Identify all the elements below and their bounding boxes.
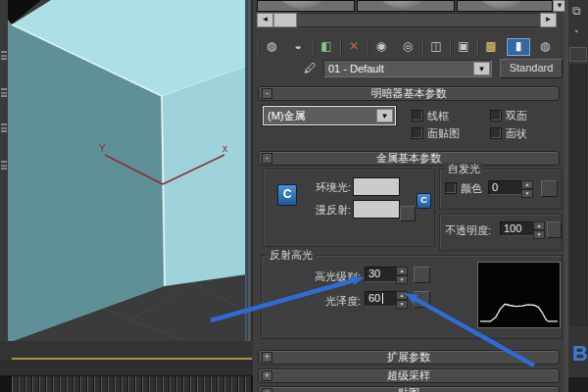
self-illumination-color-checkbox[interactable] <box>445 182 457 194</box>
material-id-channel-icon[interactable]: ▣ <box>451 38 475 56</box>
timeline-tick[interactable] <box>39 376 45 392</box>
show-end-result-icon[interactable]: ▮ <box>506 38 530 56</box>
pick-material-eyedropper-icon[interactable]: 🖊 <box>304 61 318 76</box>
specular-level-spinner[interactable]: ▲ ▼ <box>396 267 408 284</box>
timeline-tick[interactable] <box>142 376 148 392</box>
rollout-expand-icon[interactable]: + <box>262 388 272 392</box>
opacity-value-field[interactable]: 100 <box>500 221 535 236</box>
reset-map-material-icon[interactable]: ✕ <box>341 38 366 56</box>
glossiness-spinner[interactable]: ▲ ▼ <box>396 291 408 309</box>
make-unique-icon[interactable]: ◎ <box>396 38 419 56</box>
face-map-checkbox[interactable] <box>412 127 423 139</box>
spinner-down-icon[interactable]: ▼ <box>521 189 533 198</box>
specular-level-field[interactable]: 30 <box>365 267 398 282</box>
spinner-up-icon[interactable]: ▲ <box>521 180 533 189</box>
timeline-tick[interactable] <box>183 376 189 392</box>
timeline-tick[interactable] <box>19 376 24 392</box>
timeline-tick[interactable] <box>80 376 86 392</box>
specular-highlights-title: 反射高光 <box>267 249 316 261</box>
self-illumination-spinner[interactable]: ▲ ▼ <box>521 180 533 198</box>
spinner-up-icon[interactable]: ▲ <box>396 267 408 275</box>
spinner-down-icon[interactable]: ▼ <box>396 300 408 309</box>
box-right-face[interactable] <box>162 66 247 286</box>
timeline-tick[interactable] <box>12 376 18 392</box>
glossiness-map-button[interactable] <box>414 291 430 308</box>
timeline-tick[interactable] <box>46 376 52 392</box>
specular-level-map-button[interactable] <box>414 267 430 283</box>
timeline-tick[interactable] <box>218 376 223 392</box>
put-to-library-icon[interactable]: ◫ <box>423 38 448 56</box>
timeline-tick[interactable] <box>163 376 169 392</box>
rollout-expand-icon[interactable]: + <box>262 352 272 363</box>
rollout-extended-parameters[interactable]: + 扩展参数 <box>258 350 560 365</box>
timeline-tick[interactable] <box>115 376 121 392</box>
timeline-tick[interactable] <box>211 376 217 392</box>
side-button[interactable] <box>569 47 587 62</box>
spinner-down-icon[interactable]: ▼ <box>533 230 545 239</box>
assign-material-to-selection-icon[interactable]: ◧ <box>314 38 338 56</box>
ambient-color-swatch[interactable] <box>353 177 400 196</box>
spinner-down-icon[interactable]: ▼ <box>396 275 408 284</box>
two-sided-checkbox[interactable] <box>490 110 502 122</box>
lock-icon[interactable]: C <box>416 193 431 209</box>
schematic-view-icon[interactable]: ⧉ <box>572 4 581 18</box>
spinner-up-icon[interactable]: ▲ <box>533 221 545 230</box>
timeline-tick[interactable] <box>101 376 107 392</box>
go-to-parent-icon[interactable]: ◍ <box>533 38 557 56</box>
timeline-tick[interactable] <box>60 376 66 392</box>
self-illumination-value-field[interactable]: 0 <box>488 180 523 195</box>
material-name-combo[interactable]: 01 - Default ▼ <box>323 60 492 77</box>
opacity-map-button[interactable] <box>547 221 562 238</box>
timeline-tick[interactable] <box>32 376 38 392</box>
timeline-tick[interactable] <box>176 376 182 392</box>
material-type-button[interactable]: Standard <box>500 59 563 78</box>
wire-checkbox[interactable] <box>412 110 423 122</box>
icon-glyph: ◉ <box>376 39 386 53</box>
rollout-expand-icon[interactable]: + <box>262 370 272 381</box>
spinner-up-icon[interactable]: ▲ <box>396 291 408 300</box>
rollout-supersampling[interactable]: + 超级采样 <box>258 368 560 383</box>
timeline-tick[interactable] <box>87 376 93 392</box>
self-illumination-map-button[interactable] <box>541 180 558 197</box>
timeline-tick[interactable] <box>231 376 237 392</box>
timeline-tick[interactable] <box>67 376 73 392</box>
rollout-collapse-icon[interactable]: - <box>262 88 272 99</box>
timeline-ticks[interactable] <box>0 375 253 392</box>
timeline-tick[interactable] <box>74 376 79 392</box>
timeline-tick[interactable] <box>149 376 155 392</box>
perspective-viewport[interactable]: Y x <box>8 0 247 341</box>
timeline-tick[interactable] <box>238 376 244 392</box>
timeline-tick[interactable] <box>170 376 175 392</box>
diffuse-map-button[interactable] <box>400 206 416 221</box>
rollout-collapse-icon[interactable]: - <box>262 153 272 164</box>
timeline-tick[interactable] <box>94 376 100 392</box>
put-material-to-scene-icon[interactable]: ◒ <box>286 38 310 56</box>
timeline-tick[interactable] <box>224 376 230 392</box>
timeline-tick[interactable] <box>108 376 114 392</box>
make-material-copy-icon[interactable]: ◉ <box>368 38 393 56</box>
opacity-spinner[interactable]: ▲ ▼ <box>533 221 545 239</box>
timeline-tick[interactable] <box>190 376 196 392</box>
shader-type-dropdown-button[interactable]: ▼ <box>376 109 393 122</box>
rollout-metal-basic-parameters[interactable]: - 金属基本参数 <box>258 151 560 166</box>
timeline-tick[interactable] <box>204 376 210 392</box>
timeline-tick[interactable] <box>156 376 162 392</box>
timeline-tick[interactable] <box>25 376 31 392</box>
timeline-tick[interactable] <box>245 376 251 392</box>
rollout-shader-basic-parameters[interactable]: - 明暗器基本参数 <box>258 86 560 101</box>
get-material-icon[interactable]: ◍ <box>259 38 283 56</box>
rollout-maps[interactable]: + 贴图 <box>258 386 560 392</box>
faceted-checkbox[interactable] <box>490 127 502 139</box>
diffuse-color-swatch[interactable] <box>353 200 400 219</box>
material-toolbar: ◍◒◧✕◉◎◫▣▩▮◍◔ <box>253 0 564 57</box>
options-icon[interactable]: ◔ <box>572 25 579 37</box>
material-name-dropdown-button[interactable]: ▼ <box>473 62 490 75</box>
show-shaded-material-in-viewport-icon[interactable]: ▩ <box>478 38 503 56</box>
glossiness-field[interactable]: 60 <box>365 291 398 307</box>
timeline-tick[interactable] <box>53 376 59 392</box>
timeline-tick[interactable] <box>128 376 134 392</box>
timeline-tick[interactable] <box>135 376 141 392</box>
shader-type-dropdown[interactable]: (M)金属 ▼ <box>263 106 396 125</box>
timeline-tick[interactable] <box>197 376 203 392</box>
timeline-tick[interactable] <box>122 376 127 392</box>
